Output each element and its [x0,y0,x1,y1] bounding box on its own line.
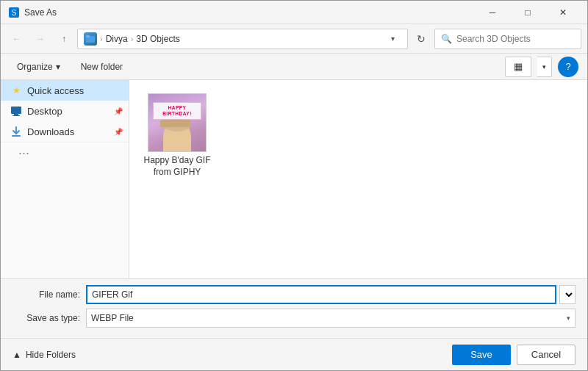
savetype-label: Save as type: [12,313,86,323]
window-controls: ─ □ ✕ [476,1,580,24]
forward-button[interactable]: → [30,29,51,49]
organize-arrow: ▾ [56,62,60,72]
folder-icon [84,32,97,46]
sidebar-item-desktop[interactable]: Desktop 📌 [1,101,129,121]
address-path[interactable]: › Divya › 3D Objects ▾ [77,29,408,49]
breadcrumb-separator-2: › [131,35,134,43]
search-icon: 🔍 [441,34,452,44]
dialog-icon: S [8,7,20,18]
savetype-value: WEBP File [91,313,134,323]
address-dropdown-button[interactable]: ▾ [384,29,401,49]
breadcrumb-separator-1: › [100,35,103,43]
file-name: Happy B'day GIF from GIPHY [143,155,212,178]
svg-rect-7 [12,135,21,137]
desktop-icon [10,104,23,118]
cancel-button[interactable]: Cancel [517,345,576,365]
sidebar-item-label: Downloads [27,126,74,137]
gif-preview-image: HAPPY BIRTHDAY! [148,93,206,152]
sidebar: ★ Quick access Desktop 📌 [1,80,129,278]
filename-dropdown[interactable] [559,285,576,304]
help-button[interactable]: ? [558,57,578,77]
sidebar-item-downloads[interactable]: Downloads 📌 [1,121,129,142]
svg-rect-4 [11,107,21,114]
svg-text:S: S [12,9,17,17]
sidebar-item-label: Quick access [27,85,84,96]
breadcrumb: › Divya › 3D Objects [84,32,384,46]
hide-folders-label: Hide Folders [26,350,76,360]
form-section: File name: Save as type: WEBP File ▾ [1,278,587,338]
file-area: HAPPY BIRTHDAY! Happy B'day GIF from GIP… [129,80,587,278]
downloads-icon [10,125,23,138]
address-bar: ← → ↑ › Divya › 3D Objects ▾ ↻ 🔍 [1,24,587,54]
hide-folders-icon: ▲ [12,350,21,360]
search-input[interactable] [456,34,559,44]
svg-rect-5 [14,114,18,115]
close-button[interactable]: ✕ [546,1,580,24]
footer: ▲ Hide Folders Save Cancel [1,338,587,370]
main-area: ★ Quick access Desktop 📌 [1,80,587,278]
file-thumbnail: HAPPY BIRTHDAY! [148,93,207,152]
hide-folders-button[interactable]: ▲ Hide Folders [12,350,76,360]
footer-buttons: Save Cancel [452,345,576,365]
filename-input[interactable] [86,285,556,304]
savetype-arrow: ▾ [567,314,570,322]
up-button[interactable]: ↑ [54,29,74,49]
view-dropdown-button[interactable]: ▾ [537,57,552,77]
breadcrumb-3dobjects[interactable]: 3D Objects [136,34,179,44]
svg-rect-3 [86,35,90,37]
title-bar: S Save As ─ □ ✕ [1,1,587,24]
file-item[interactable]: HAPPY BIRTHDAY! Happy B'day GIF from GIP… [137,87,218,184]
back-button[interactable]: ← [7,29,27,49]
dialog-title: Save As [24,7,476,18]
savetype-dropdown[interactable]: WEBP File ▾ [86,309,576,328]
breadcrumb-divya[interactable]: Divya [106,34,128,44]
save-button[interactable]: Save [452,345,511,365]
pin-icon: 📌 [114,128,123,136]
svg-rect-6 [12,115,20,116]
toolbar: Organize ▾ New folder ▦ ▾ ? [1,54,587,80]
quick-access-icon: ★ [10,84,23,97]
pin-icon: 📌 [114,107,123,115]
new-folder-button[interactable]: New folder [74,57,130,76]
maximize-button[interactable]: □ [511,1,545,24]
sidebar-item-label: Desktop [27,106,62,117]
refresh-button[interactable]: ↻ [411,29,431,49]
filename-row: File name: [12,285,576,304]
minimize-button[interactable]: ─ [476,1,509,24]
search-box[interactable]: 🔍 [434,29,581,49]
view-button[interactable]: ▦ [505,57,531,77]
sidebar-more-items: ··· [1,142,129,162]
save-as-dialog: S Save As ─ □ ✕ ← → ↑ › Divya › [0,0,588,371]
organize-button[interactable]: Organize ▾ [10,57,68,76]
organize-label: Organize [17,62,53,72]
savetype-row: Save as type: WEBP File ▾ [12,309,576,328]
filename-label: File name: [12,289,86,300]
sidebar-item-quick-access[interactable]: ★ Quick access [1,80,129,101]
